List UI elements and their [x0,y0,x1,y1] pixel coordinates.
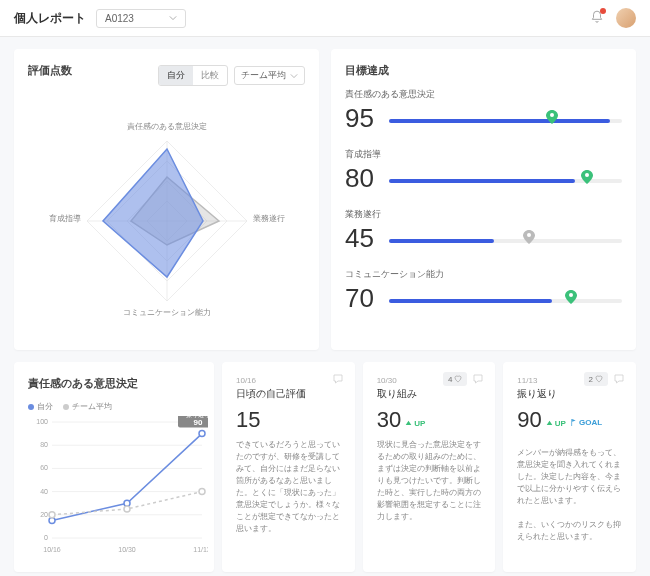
svg-text:100: 100 [36,418,48,425]
goal-bar [389,292,622,306]
trend-chart: 10080604020010/1610/3011/13振り返り90 [28,416,208,556]
svg-point-17 [569,293,573,297]
svg-text:11/13: 11/13 [193,546,208,553]
svg-text:責任感のある意思決定: 責任感のある意思決定 [127,122,207,131]
svg-point-38 [199,489,205,495]
goal-label: 責任感のある意思決定 [345,88,622,101]
goal-value: 45 [345,223,381,254]
svg-text:40: 40 [40,488,48,495]
radar-toggle[interactable]: 自分 比較 [158,65,228,86]
svg-text:10/16: 10/16 [43,546,61,553]
svg-text:10/30: 10/30 [118,546,136,553]
goal-label: 業務遂行 [345,208,622,221]
svg-point-35 [199,431,205,437]
trend-legend: 自分 チーム平均 [28,401,200,412]
entry-title: 取り組み [377,387,482,401]
notifications-button[interactable] [590,10,604,26]
entry-score: 30 UP [377,407,482,433]
trend-title: 責任感のある意思決定 [28,376,200,391]
notification-badge [600,8,606,14]
svg-point-16 [527,233,531,237]
svg-text:60: 60 [40,464,48,471]
entry-score: 90 UP GOAL [517,407,622,441]
svg-text:業務遂行: 業務遂行 [253,214,285,223]
svg-rect-42 [571,419,572,426]
svg-text:80: 80 [40,441,48,448]
radar-card: 評価点数 自分 比較 チーム平均 責任感のある意思決定業務遂行コミュニケーション… [14,49,319,350]
goal-label: コミュニケーション能力 [345,268,622,281]
radar-chart: 責任感のある意思決定業務遂行コミュニケーション能力育成指導 [37,101,297,331]
svg-text:育成指導: 育成指導 [49,214,81,223]
likes-button[interactable]: 4 [443,372,467,386]
goal-item: 育成指導80 [345,148,622,194]
pin-icon [546,110,558,124]
entry-card: 410/30取り組み30 UP現状に見合った意思決定をするための取り組みのために… [363,362,496,572]
toggle-self[interactable]: 自分 [159,66,193,85]
svg-marker-9 [103,149,203,277]
page-title: 個人レポート [14,10,86,27]
svg-point-14 [550,113,554,117]
chevron-down-icon [169,14,177,22]
goal-bar [389,112,622,126]
goal-value: 70 [345,283,381,314]
goals-card: 目標達成 責任感のある意思決定95育成指導80業務遂行45コミュニケーション能力… [331,49,636,350]
pin-icon [523,230,535,244]
svg-point-36 [49,512,55,518]
svg-text:0: 0 [44,534,48,541]
entry-text: できているだろうと思っていたのですが、研修を受講してみて、自分にはまだ足らない箇… [236,439,341,535]
goal-value: 95 [345,103,381,134]
avatar[interactable] [616,8,636,28]
goal-badge: GOAL [570,418,602,427]
goal-bar [389,232,622,246]
radar-title: 評価点数 [28,63,72,78]
entry-card: 10/16日頃の自己評価15 できているだろうと思っていたのですが、研修を受講し… [222,362,355,572]
entry-text: メンバーが納得感をもって、意思決定を聞き入れてくれました。決定した内容を、今まで… [517,447,622,543]
likes-button[interactable]: 2 [584,372,608,386]
pin-icon [565,290,577,304]
trend-card: 責任感のある意思決定 自分 チーム平均 10080604020010/1610/… [14,362,214,572]
toggle-compare[interactable]: 比較 [193,66,227,85]
entry-title: 日頃の自己評価 [236,387,341,401]
goal-value: 80 [345,163,381,194]
entry-card: 211/13振り返り90 UP GOALメンバーが納得感をもって、意思決定を聞き… [503,362,636,572]
goal-item: コミュニケーション能力70 [345,268,622,314]
comment-button[interactable] [612,372,626,386]
goal-bar [389,172,622,186]
pin-icon [581,170,593,184]
entry-title: 振り返り [517,387,622,401]
goal-label: 育成指導 [345,148,622,161]
entry-text: 現状に見合った意思決定をするための取り組みのために、まずは決定の判断軸を以前より… [377,439,482,523]
comment-button[interactable] [331,372,345,386]
svg-point-15 [585,173,589,177]
user-select[interactable]: A0123 [96,9,186,28]
svg-point-37 [124,506,130,512]
up-badge: UP [546,419,566,428]
entry-score: 15 [236,407,341,433]
goal-item: 責任感のある意思決定95 [345,88,622,134]
goals-title: 目標達成 [345,63,622,78]
comment-button[interactable] [471,372,485,386]
up-badge: UP [405,419,425,428]
compare-select[interactable]: チーム平均 [234,66,305,85]
goal-item: 業務遂行45 [345,208,622,254]
svg-text:90: 90 [194,418,203,427]
entry-date: 10/16 [236,376,341,385]
chevron-down-icon [290,72,298,80]
svg-text:コミュニケーション能力: コミュニケーション能力 [123,308,211,317]
svg-text:20: 20 [40,511,48,518]
